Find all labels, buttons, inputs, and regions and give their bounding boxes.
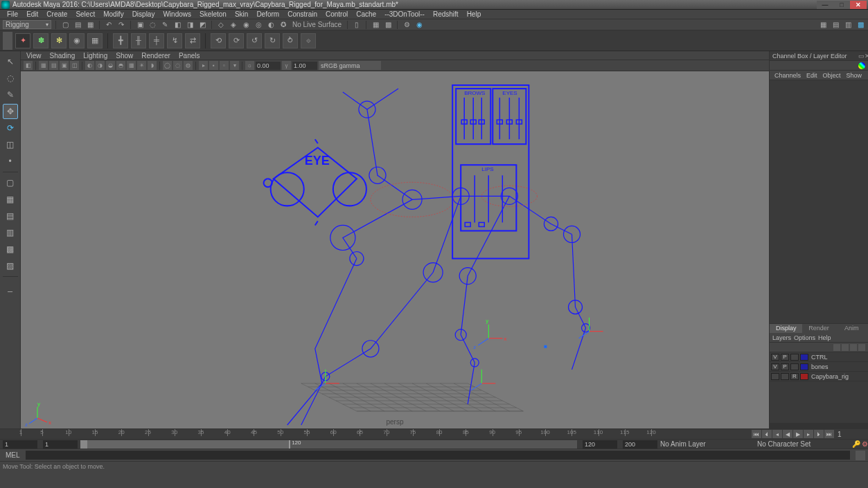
vp-menu-shading[interactable]: Shading <box>47 52 78 60</box>
menu-skin[interactable]: Skin <box>231 10 252 18</box>
layout-outliner-icon[interactable]: ▩ <box>3 242 18 257</box>
window-minimize-button[interactable]: — <box>817 1 833 9</box>
shelf-constrain-c-icon[interactable]: ↺ <box>247 33 262 48</box>
shelf-constrain-f-icon[interactable]: ⟐ <box>301 33 316 48</box>
live-surface-icon[interactable]: ✪ <box>278 20 288 30</box>
panel-layout-a-icon[interactable]: ▦ <box>818 20 828 30</box>
layer-tab-anim[interactable]: Anim <box>835 324 868 333</box>
layer-color-swatch[interactable] <box>800 373 808 380</box>
layer-disp-toggle[interactable] <box>790 363 799 370</box>
lasso-tool-icon[interactable]: ◌ <box>3 71 18 86</box>
menu-select[interactable]: Select <box>71 10 99 18</box>
shelf-constrain-d-icon[interactable]: ↻ <box>265 33 280 48</box>
layer-row-bones[interactable]: V P bones <box>770 362 868 372</box>
shelf-constrain-e-icon[interactable]: ⥁ <box>283 33 298 48</box>
layer-menu-help[interactable]: Help <box>818 334 831 341</box>
menu-edit[interactable]: Edit <box>22 10 42 18</box>
menu-file[interactable]: File <box>3 10 22 18</box>
menu-windows[interactable]: Windows <box>159 10 195 18</box>
layer-vis-toggle[interactable]: V <box>771 363 779 370</box>
layout-stack-icon[interactable]: ▥ <box>3 225 18 240</box>
shelf-mirror-icon[interactable]: ↯ <box>167 33 182 48</box>
layout-two-icon[interactable]: ▤ <box>3 208 18 224</box>
window-close-button[interactable]: ✕ <box>850 1 867 9</box>
vp-gamma-icon[interactable]: γ <box>282 61 291 70</box>
vp-grid-icon[interactable]: ▦ <box>39 61 48 70</box>
layer-menu-options[interactable]: Options <box>794 334 815 341</box>
viewport-3d[interactable]: EYE BROWS <box>21 71 769 428</box>
shelf-bind-icon[interactable]: ╋ <box>113 33 128 48</box>
panel-scrollbar[interactable] <box>770 423 868 428</box>
autokey-icon[interactable]: 🔑 <box>852 440 860 448</box>
vp-xray-icon[interactable]: ◌ <box>173 61 182 70</box>
cb-menu-channels[interactable]: Channels <box>772 72 803 79</box>
range-start-field[interactable]: 1 <box>3 440 37 449</box>
layer-move-down-icon[interactable] <box>842 344 849 351</box>
snap-live-icon[interactable]: ◐ <box>266 20 276 30</box>
prefs-icon[interactable]: ⚙ <box>862 440 868 448</box>
select-obj-icon[interactable]: ◨ <box>185 20 195 30</box>
move-tool-icon[interactable]: ✥ <box>3 104 18 119</box>
vp-iso-icon[interactable]: ◯ <box>163 61 172 70</box>
render-icon[interactable]: ▦ <box>371 20 380 30</box>
undo-icon[interactable]: ↶ <box>104 20 114 30</box>
paint-tool-icon[interactable]: ✎ <box>3 87 18 102</box>
vp-colorspace-dropdown[interactable]: sRGB gamma <box>319 61 381 70</box>
paint-select-icon[interactable]: ✎ <box>160 20 170 30</box>
layer-new-selected-icon[interactable] <box>858 344 865 351</box>
layer-color-swatch[interactable] <box>800 354 808 361</box>
menu-redshift[interactable]: Redshift <box>429 10 463 18</box>
layer-color-swatch[interactable] <box>800 363 808 370</box>
range-slider[interactable]: 120 <box>80 440 577 449</box>
layer-tab-display[interactable]: Display <box>770 324 802 333</box>
vp-shade-a-icon[interactable]: ◐ <box>85 61 94 70</box>
vp-shade-b-icon[interactable]: ◑ <box>96 61 105 70</box>
select-comp-icon[interactable]: ◩ <box>197 20 207 30</box>
vp-gamma-value[interactable] <box>292 62 317 70</box>
vp-exposure-icon[interactable]: ☼ <box>245 61 254 70</box>
layer-play-toggle[interactable]: P <box>781 363 789 370</box>
shelf-detach-icon[interactable]: ╫ <box>131 33 146 48</box>
layer-play-toggle[interactable] <box>781 373 789 380</box>
menu-skeleton[interactable]: Skeleton <box>195 10 231 18</box>
vp-xrayj-icon[interactable]: ◍ <box>184 61 193 70</box>
vp-menu-view[interactable]: View <box>24 52 44 60</box>
rotate-tool-icon[interactable]: ⟳ <box>3 120 18 136</box>
last-tool-icon[interactable]: • <box>3 154 18 169</box>
layer-move-up-icon[interactable] <box>833 344 840 351</box>
step-fwd-icon[interactable]: ▸ <box>804 430 813 438</box>
range-vis-start-field[interactable]: 1 <box>43 440 78 449</box>
layer-vis-toggle[interactable]: V <box>771 354 779 361</box>
menu-cache[interactable]: Cache <box>352 10 380 18</box>
layer-row-capybara[interactable]: R Capybara_rig <box>770 372 868 381</box>
charset-dropdown[interactable]: No Character Set <box>757 440 851 448</box>
shelf-lattice-icon[interactable]: ▦ <box>87 33 103 48</box>
go-end-icon[interactable]: ⏭ <box>824 430 834 438</box>
vp-tex-icon[interactable]: ▦ <box>127 61 136 70</box>
play-back-icon[interactable]: ◀ <box>783 430 792 438</box>
snap-grid-icon[interactable]: ◇ <box>216 20 226 30</box>
save-scene-icon[interactable]: ▦ <box>85 20 95 30</box>
ipr-icon[interactable]: ▩ <box>383 20 393 30</box>
shelf-copy-icon[interactable]: ⇄ <box>185 33 200 48</box>
anim-layer-dropdown[interactable]: No Anim Layer <box>660 440 757 448</box>
snap-point-icon[interactable]: ◉ <box>241 20 251 30</box>
range-vis-end-field[interactable]: 120 <box>583 440 617 449</box>
menu-deform[interactable]: Deform <box>252 10 283 18</box>
current-frame-field[interactable]: 1 <box>838 431 865 438</box>
vp-menu-lighting[interactable]: Lighting <box>80 52 110 60</box>
time-ruler[interactable]: 1510152025303540455055606570758085909510… <box>0 429 868 439</box>
go-start-icon[interactable]: ⏮ <box>752 430 761 438</box>
layer-vis-toggle[interactable] <box>771 373 779 380</box>
panel-layout-b-icon[interactable]: ▤ <box>831 20 840 30</box>
menu-display[interactable]: Display <box>128 10 159 18</box>
layer-play-toggle[interactable]: P <box>781 354 789 361</box>
shelf-tabs-toggle[interactable] <box>3 32 12 50</box>
vp-camera-icon[interactable]: ◧ <box>24 61 33 70</box>
range-end-field[interactable]: 200 <box>623 440 657 449</box>
hypershade-icon[interactable]: ◉ <box>414 20 424 30</box>
shelf-ikspline-icon[interactable]: ✻ <box>51 33 67 48</box>
cmd-language-label[interactable]: MEL <box>3 451 23 459</box>
shelf-cluster-icon[interactable]: ◉ <box>69 33 85 48</box>
shelf-joint-icon[interactable]: ✦ <box>15 33 30 48</box>
